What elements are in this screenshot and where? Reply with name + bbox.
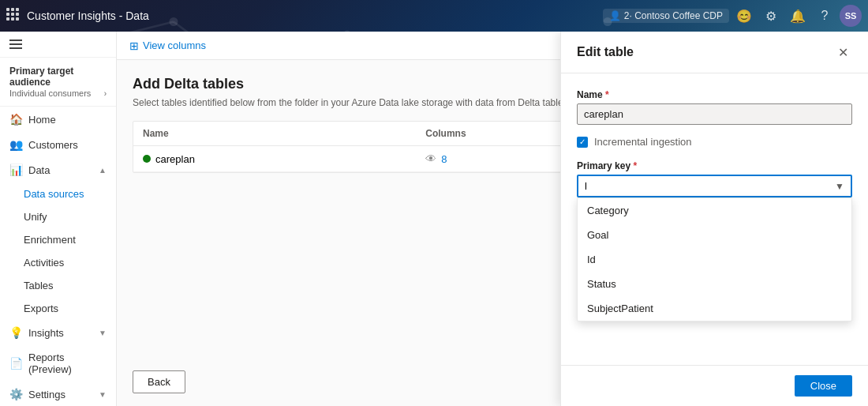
columns-icon: ⊞ bbox=[129, 39, 139, 52]
insights-chevron-icon: ▼ bbox=[99, 329, 107, 337]
sidebar-navigation: 🏠 Home 👥 Customers 📊 Data ▲ Data sources… bbox=[0, 107, 116, 406]
back-button[interactable]: Back bbox=[133, 370, 185, 393]
sidebar-item-insights[interactable]: 💡 Insights ▼ bbox=[0, 320, 116, 345]
sidebar-item-home-label: Home bbox=[28, 114, 56, 126]
sidebar-item-data-label: Data bbox=[28, 164, 50, 176]
sidebar-item-insights-label: Insights bbox=[28, 327, 64, 339]
sidebar-header bbox=[0, 32, 116, 58]
top-navigation: Customer Insights - Data 👤 2· Contoso Co… bbox=[0, 0, 868, 32]
eye-icon[interactable]: 👁 bbox=[425, 152, 436, 165]
main-content: ⊞ View columns Add Delta tables Select t… bbox=[117, 32, 868, 406]
settings-icon[interactable]: ⚙ bbox=[759, 4, 783, 28]
primary-target-subtitle: Individual consumers › bbox=[9, 88, 107, 98]
primary-key-required-star: * bbox=[633, 160, 637, 171]
dropdown-item-id[interactable]: Id bbox=[578, 247, 851, 272]
sidebar-item-activities[interactable]: Activities bbox=[0, 251, 116, 274]
view-columns-label: View columns bbox=[143, 39, 206, 51]
sidebar-item-customers[interactable]: 👥 Customers bbox=[0, 132, 116, 157]
app-body: Primary target audience Individual consu… bbox=[0, 32, 868, 406]
primary-target-sub-text: Individual consumers bbox=[9, 88, 91, 98]
sidebar-item-enrichment[interactable]: Enrichment bbox=[0, 228, 116, 251]
primary-key-field-label: Primary key * bbox=[577, 160, 852, 171]
sidebar-item-exports-label: Exports bbox=[24, 303, 58, 314]
name-required-star: * bbox=[605, 89, 609, 100]
incremental-ingestion-label: Incremental ingestion bbox=[594, 136, 692, 148]
help-icon[interactable]: ? bbox=[813, 4, 836, 28]
dropdown-search-input[interactable] bbox=[585, 180, 835, 192]
dropdown-item-subjectpatient[interactable]: SubjectPatient bbox=[578, 296, 851, 321]
primary-target-title: Primary target audience bbox=[9, 66, 107, 88]
view-columns-button[interactable]: ⊞ View columns bbox=[129, 39, 206, 52]
row-name-cell: careplan bbox=[143, 153, 425, 165]
edit-panel: Edit table ✕ Name * ✓ Incremental ingest… bbox=[560, 32, 868, 406]
nav-right-area: 👤 2· Contoso Coffee CDP 😊 ⚙ 🔔 ? SS bbox=[603, 4, 862, 28]
hamburger-icon[interactable] bbox=[9, 39, 22, 49]
sidebar-item-tables[interactable]: Tables bbox=[0, 274, 116, 297]
sidebar-item-customers-label: Customers bbox=[28, 139, 78, 151]
customers-icon: 👥 bbox=[9, 138, 22, 151]
row-name: careplan bbox=[155, 153, 195, 165]
org-name: 2· Contoso Coffee CDP bbox=[624, 10, 723, 21]
sidebar-item-data-sources[interactable]: Data sources bbox=[0, 182, 116, 205]
sidebar-item-home[interactable]: 🏠 Home bbox=[0, 107, 116, 132]
sidebar-item-reports-label: Reports (Preview) bbox=[28, 351, 107, 375]
sidebar-item-data-sources-label: Data sources bbox=[24, 188, 84, 200]
sidebar-item-settings-label: Settings bbox=[28, 389, 65, 400]
edit-panel-footer: Close bbox=[561, 365, 868, 406]
sidebar-item-reports[interactable]: 📄 Reports (Preview) bbox=[0, 345, 116, 382]
sidebar-item-activities-label: Activities bbox=[24, 257, 64, 269]
org-person-icon: 👤 bbox=[609, 10, 621, 21]
row-columns-count[interactable]: 8 bbox=[441, 153, 447, 165]
sidebar-item-settings[interactable]: ⚙️ Settings ▼ bbox=[0, 382, 116, 406]
close-footer-button[interactable]: Close bbox=[795, 375, 852, 397]
dropdown-item-category[interactable]: Category bbox=[578, 198, 851, 223]
sidebar-item-exports[interactable]: Exports bbox=[0, 297, 116, 320]
app-grid-icon[interactable] bbox=[6, 8, 22, 24]
name-input[interactable] bbox=[577, 103, 852, 125]
primary-target-section: Primary target audience Individual consu… bbox=[0, 58, 116, 107]
sidebar-item-unify[interactable]: Unify bbox=[0, 205, 116, 228]
data-icon: 📊 bbox=[9, 164, 22, 176]
app-title: Customer Insights - Data bbox=[27, 9, 598, 22]
incremental-ingestion-checkbox[interactable]: ✓ bbox=[577, 137, 588, 148]
insights-icon: 💡 bbox=[9, 326, 22, 339]
primary-key-dropdown[interactable]: ▼ Category Goal Id Status SubjectPatient bbox=[577, 175, 852, 197]
data-chevron-icon: ▲ bbox=[99, 166, 107, 175]
dropdown-item-status[interactable]: Status bbox=[578, 272, 851, 296]
sidebar: Primary target audience Individual consu… bbox=[0, 32, 117, 406]
dropdown-item-goal[interactable]: Goal bbox=[578, 223, 851, 247]
status-indicator bbox=[143, 155, 151, 163]
org-selector[interactable]: 👤 2· Contoso Coffee CDP bbox=[603, 9, 729, 23]
close-panel-button[interactable]: ✕ bbox=[833, 43, 852, 62]
user-avatar[interactable]: SS bbox=[840, 5, 862, 27]
home-icon: 🏠 bbox=[9, 113, 22, 126]
sidebar-item-data[interactable]: 📊 Data ▲ bbox=[0, 157, 116, 182]
bell-icon[interactable]: 🔔 bbox=[786, 4, 810, 28]
edit-panel-title: Edit table bbox=[577, 45, 634, 59]
reports-icon: 📄 bbox=[9, 357, 22, 370]
col-header-name: Name bbox=[143, 128, 425, 139]
face-icon[interactable]: 😊 bbox=[732, 4, 756, 28]
dropdown-list: Category Goal Id Status SubjectPatient bbox=[577, 197, 852, 321]
sidebar-item-unify-label: Unify bbox=[24, 211, 47, 223]
row-columns-cell: 👁 8 bbox=[425, 152, 567, 165]
col-header-columns: Columns bbox=[425, 128, 567, 139]
settings-nav-icon: ⚙️ bbox=[9, 388, 22, 400]
sidebar-item-enrichment-label: Enrichment bbox=[24, 234, 76, 246]
settings-chevron-icon: ▼ bbox=[99, 390, 107, 399]
name-field-label: Name * bbox=[577, 89, 852, 100]
sidebar-item-tables-label: Tables bbox=[24, 280, 54, 291]
incremental-ingestion-row: ✓ Incremental ingestion bbox=[577, 136, 852, 148]
dropdown-chevron-icon: ▼ bbox=[835, 181, 844, 192]
dropdown-trigger[interactable]: ▼ bbox=[577, 175, 852, 197]
primary-target-chevron: › bbox=[104, 89, 107, 98]
edit-panel-body: Name * ✓ Incremental ingestion Primary k… bbox=[561, 73, 868, 365]
edit-panel-header: Edit table ✕ bbox=[561, 32, 868, 73]
